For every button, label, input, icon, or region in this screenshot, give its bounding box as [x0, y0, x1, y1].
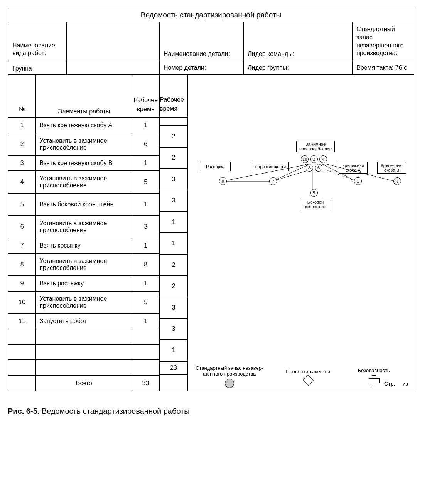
sheet-title: Ведомость стандартизированной работы: [8, 8, 414, 22]
svg-line-0: [223, 164, 311, 181]
mid-value: 2: [160, 126, 187, 147]
col-no: №: [8, 75, 36, 118]
mid-blank: [160, 118, 187, 126]
table-row: 8Установить в зажимное приспособление8: [8, 253, 159, 276]
row-no: 6: [8, 216, 36, 238]
total-value: 33: [132, 375, 159, 391]
row-no: 10: [8, 291, 36, 314]
mid-header: Рабо­чее вре­мя: [160, 75, 187, 118]
row-element: Взять растяжку: [36, 276, 132, 291]
work-table: № Элементы работы Рабо­чее время 1Взять …: [8, 75, 159, 391]
legend-safety-label: Безопасность: [358, 367, 390, 374]
body: № Элементы работы Рабо­чее время 1Взять …: [8, 75, 414, 391]
row-time: 1: [132, 314, 159, 329]
table-row-blank: [8, 360, 159, 375]
caption-bold: Рис. 6-5.: [8, 407, 39, 415]
row-element: Взять косынку: [36, 238, 132, 253]
row-no: 5: [8, 193, 36, 216]
row-time: 6: [132, 133, 159, 155]
part-name-label: Наименование детали:: [160, 22, 244, 61]
mid-time-col: Рабо­чее вре­мя2233112233123: [160, 75, 188, 391]
mid-value: 3: [160, 169, 187, 190]
flow-diagram: Зажимное приспособление Распорка Ребро ж…: [196, 141, 410, 241]
row-element: Установить в зажимное приспособление: [36, 171, 132, 193]
table-row-blank: [8, 344, 159, 360]
page-label: Стр. из: [384, 381, 408, 387]
row-no: 11: [8, 314, 36, 329]
legend-wip-label: Стандартный запас незавер­шенного произв…: [192, 365, 267, 377]
row-time: 5: [132, 171, 159, 193]
row-element: Запустить робот: [36, 314, 132, 329]
row-time: 1: [132, 276, 159, 291]
row-element: Установить в зажимное приспособление: [36, 133, 132, 155]
mid-value: 23: [160, 361, 187, 375]
table-row: 5Взять боковой крон­штейн1: [8, 193, 159, 216]
table-row: 4Установить в зажимное приспособление5: [8, 171, 159, 193]
row-element: Установить в зажимное приспособление: [36, 216, 132, 238]
work-table-col: № Элементы работы Рабо­чее время 1Взять …: [8, 75, 160, 391]
figure-caption: Рис. 6-5. Ведомость стандартизированной …: [8, 407, 414, 416]
group-leader-label: Лидер группы:: [244, 61, 353, 74]
svg-line-1: [272, 164, 311, 181]
col-time: Рабо­чее время: [132, 75, 159, 118]
mid-value: 2: [160, 255, 187, 276]
row-time: 5: [132, 291, 159, 314]
work-type-label: Наименование вида работ:: [8, 22, 67, 61]
diagram-col: Зажимное приспособление Распорка Ребро ж…: [188, 75, 414, 391]
row-element: Установить в зажимное приспособление: [36, 291, 132, 314]
mid-value: 2: [160, 148, 187, 169]
row-time: 8: [132, 253, 159, 276]
table-row: 9Взять растяжку1: [8, 276, 159, 291]
group-value: [67, 61, 160, 74]
table-row-total: Всего33: [8, 375, 159, 391]
table-row: 3Взять крепежную скобу В1: [8, 155, 159, 171]
table-row: 1Взять крепежную скобу А1: [8, 118, 159, 133]
wip-symbol-icon: [225, 379, 234, 388]
work-type-value: [67, 22, 160, 61]
table-row: 7Взять косынку1: [8, 238, 159, 253]
mid-value: 3: [160, 297, 187, 319]
row-element: Взять крепежную скобу А: [36, 118, 132, 133]
std-wip-label: Стандартный запас незавершенного про­изв…: [353, 22, 414, 61]
row-time: 1: [132, 118, 159, 133]
mid-value: 1: [160, 212, 187, 233]
mid-value: 3: [160, 190, 187, 212]
row-no: 3: [8, 155, 36, 171]
mid-value: 3: [160, 319, 187, 340]
safety-symbol-icon: [369, 375, 379, 385]
row-no: 1: [8, 118, 36, 133]
table-row: 11Запустить робот1: [8, 314, 159, 329]
total-label: Всего: [36, 375, 132, 391]
takt-label: Время такта: 76 с: [353, 61, 414, 74]
mid-value: 1: [160, 340, 187, 361]
part-no-label: Номер детали:: [160, 61, 244, 74]
svg-line-9: [326, 170, 356, 181]
row-element: Взять крепежную скобу В: [36, 155, 132, 171]
row-no: 9: [8, 276, 36, 291]
caption-text: Ведомость стандартизированной работы: [39, 407, 189, 415]
row-no: 2: [8, 133, 36, 155]
col-elements: Элементы работы: [36, 75, 132, 118]
legend-quality-label: Проверка качества: [286, 369, 330, 375]
row-no: 4: [8, 171, 36, 193]
row-element: Установить в зажимное приспособление: [36, 253, 132, 276]
row-time: 1: [132, 193, 159, 216]
row-no: 7: [8, 238, 36, 253]
svg-line-3: [322, 164, 356, 181]
row-time: 1: [132, 155, 159, 171]
quality-symbol-icon: [303, 375, 314, 386]
team-leader-label: Лидер команды:: [244, 22, 353, 61]
mid-value: 2: [160, 276, 187, 297]
table-row-blank: [8, 329, 159, 344]
worksheet: Ведомость стандартизированной работы Наи…: [8, 8, 414, 391]
mid-blank: [160, 375, 187, 391]
group-label: Группа: [8, 61, 67, 74]
svg-line-8: [272, 170, 311, 181]
row-no: 8: [8, 253, 36, 276]
table-row: 6Установить в зажимное приспособление3: [8, 216, 159, 238]
legend: Стандартный запас незавер­шенного произв…: [192, 363, 410, 390]
row-time: 1: [132, 238, 159, 253]
table-row: 2Установить в зажимное приспособление6: [8, 133, 159, 155]
table-row: 10Установить в зажимное приспособление5: [8, 291, 159, 314]
row-time: 3: [132, 216, 159, 238]
